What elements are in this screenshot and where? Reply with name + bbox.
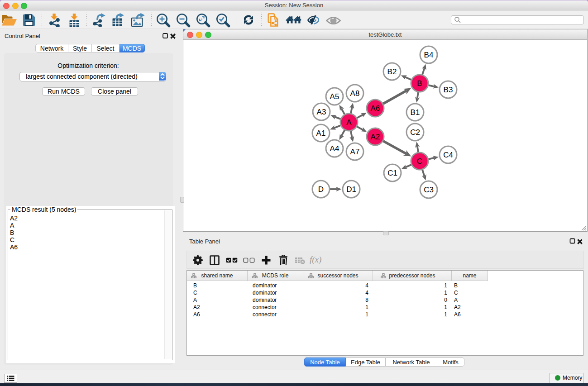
svg-text:D1: D1 bbox=[346, 185, 356, 194]
svg-text:A6: A6 bbox=[371, 104, 380, 113]
svg-text:B3: B3 bbox=[444, 86, 453, 94]
svg-text:B: B bbox=[417, 79, 422, 88]
svg-text:A: A bbox=[346, 118, 352, 127]
svg-text:C1: C1 bbox=[387, 169, 397, 177]
svg-text:D: D bbox=[318, 185, 324, 194]
svg-text:C2: C2 bbox=[410, 128, 420, 137]
svg-text:B4: B4 bbox=[424, 51, 434, 59]
svg-text:C3: C3 bbox=[424, 186, 434, 194]
svg-text:A1: A1 bbox=[316, 129, 326, 138]
svg-text:A7: A7 bbox=[350, 148, 360, 156]
svg-text:A3: A3 bbox=[317, 108, 326, 116]
svg-text:B1: B1 bbox=[411, 108, 420, 117]
svg-text:C: C bbox=[417, 157, 422, 166]
svg-text:A2: A2 bbox=[371, 133, 380, 141]
svg-text:A4: A4 bbox=[330, 144, 339, 153]
svg-text:A5: A5 bbox=[330, 92, 339, 101]
svg-text:B2: B2 bbox=[387, 67, 397, 76]
svg-text:C4: C4 bbox=[443, 151, 453, 159]
svg-text:A8: A8 bbox=[350, 89, 360, 98]
